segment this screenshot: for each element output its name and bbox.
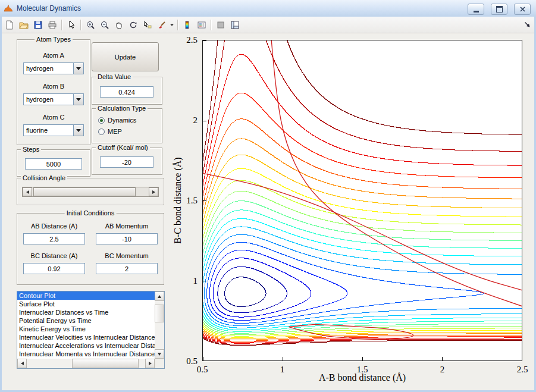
atom-a-dropdown[interactable]: hydrogen bbox=[23, 62, 84, 74]
delta-value-title: Delta Value bbox=[96, 73, 133, 80]
arrow-right-icon bbox=[149, 362, 152, 365]
horizontal-scrollbar-thumb[interactable] bbox=[72, 359, 139, 368]
atom-b-dropdown[interactable]: hydrogen bbox=[23, 93, 84, 105]
scrollbar-corner bbox=[155, 359, 164, 368]
minimize-button[interactable] bbox=[468, 4, 484, 15]
rotate-3d-button[interactable] bbox=[126, 18, 140, 32]
zoom-out-button[interactable] bbox=[98, 18, 111, 32]
new-file-button[interactable] bbox=[2, 18, 16, 32]
data-cursor-button[interactable] bbox=[140, 18, 154, 32]
steps-group: Steps bbox=[17, 149, 90, 177]
brush-dropdown-arrow[interactable] bbox=[169, 18, 175, 32]
delta-value-field[interactable] bbox=[100, 86, 153, 98]
plot-tools-icon bbox=[230, 20, 240, 30]
maximize-button[interactable] bbox=[491, 4, 507, 15]
atom-a-label: Atom A bbox=[17, 52, 90, 59]
list-item[interactable]: Potential Energy vs Time bbox=[17, 316, 155, 325]
zoom-in-icon bbox=[86, 20, 95, 30]
zoom-out-icon bbox=[100, 20, 109, 30]
plot-type-listbox[interactable]: Contour PlotSurface PlotInternuclear Dis… bbox=[17, 291, 165, 369]
list-item[interactable]: Contour Plot bbox=[17, 291, 155, 300]
bc-momentum-field[interactable] bbox=[96, 263, 158, 274]
window-controls bbox=[468, 4, 531, 15]
list-item[interactable]: Internuclear Momenta vs Internuclear Dis… bbox=[17, 350, 155, 358]
slider-left-button[interactable] bbox=[23, 187, 32, 196]
list-item[interactable]: Internuclear Accelerations vs Internucle… bbox=[17, 341, 155, 350]
bc-momentum-label: BC Momentum bbox=[90, 252, 164, 259]
slider-right-button[interactable] bbox=[149, 187, 158, 196]
minimize-icon bbox=[474, 11, 479, 12]
save-button[interactable] bbox=[31, 18, 45, 32]
dynamics-radio[interactable]: Dynamics bbox=[98, 117, 136, 124]
update-button[interactable]: Update bbox=[92, 42, 159, 71]
chevron-down-icon bbox=[76, 98, 81, 101]
close-button[interactable] bbox=[514, 4, 531, 15]
x-tick-label: 0.5 bbox=[197, 365, 208, 375]
list-item[interactable]: Internuclear Velocities vs Internuclear … bbox=[17, 333, 155, 341]
cutoff-field[interactable] bbox=[100, 156, 153, 168]
dynamics-radio-label: Dynamics bbox=[108, 117, 136, 124]
mep-radio[interactable]: MEP bbox=[98, 128, 122, 135]
brush-icon bbox=[157, 20, 167, 30]
horizontal-scrollbar[interactable] bbox=[17, 359, 155, 368]
atom-c-dropdown[interactable]: fluorine bbox=[23, 124, 84, 136]
print-button[interactable] bbox=[45, 18, 59, 32]
zoom-in-button[interactable] bbox=[83, 18, 97, 32]
toolbar bbox=[0, 17, 536, 33]
initial-conditions-group: Initial Conditions AB Distance (A) AB Mo… bbox=[17, 213, 164, 285]
x-tick-label: 1 bbox=[280, 365, 285, 375]
title-bar: Molecular Dynamics bbox=[0, 0, 536, 17]
vertical-scrollbar-thumb[interactable] bbox=[155, 305, 164, 322]
slider-thumb[interactable] bbox=[33, 187, 136, 196]
atom-b-value: hydrogen bbox=[24, 94, 73, 105]
atom-c-label: Atom C bbox=[17, 114, 90, 121]
plot-tools-button[interactable] bbox=[228, 18, 242, 32]
app-window: Molecular Dynamics bbox=[0, 0, 536, 392]
matlab-icon bbox=[4, 4, 13, 13]
toolbar-separator bbox=[61, 20, 62, 30]
ab-momentum-field[interactable] bbox=[96, 233, 158, 244]
pointer-tool-button[interactable] bbox=[64, 18, 78, 32]
x-tick-label: 2 bbox=[440, 365, 445, 375]
open-file-button[interactable] bbox=[17, 18, 30, 32]
bc-distance-field[interactable] bbox=[23, 263, 85, 274]
ab-distance-field[interactable] bbox=[23, 233, 85, 244]
contour-plot-canvas[interactable] bbox=[203, 40, 522, 360]
calculation-type-group: Calculation Type Dynamics MEP bbox=[92, 108, 162, 143]
brush-button[interactable] bbox=[155, 18, 168, 32]
y-tick-label: 0.5 bbox=[186, 356, 198, 366]
open-folder-icon bbox=[19, 20, 29, 30]
y-tick-label: 2 bbox=[193, 115, 198, 126]
print-icon bbox=[48, 20, 57, 30]
list-item[interactable]: Kinetic Energy vs Time bbox=[17, 325, 155, 333]
x-tick-label: 1.5 bbox=[357, 365, 368, 375]
pan-button[interactable] bbox=[112, 18, 126, 32]
x-tick-label: 2.5 bbox=[517, 365, 528, 375]
y-tick-label: 1.5 bbox=[186, 196, 198, 206]
arrow-right-icon bbox=[152, 190, 155, 194]
toolbar-separator bbox=[211, 20, 211, 30]
plot-type-list: Contour PlotSurface PlotInternuclear Dis… bbox=[17, 291, 155, 359]
list-item[interactable]: Internuclear Distances vs Time bbox=[17, 308, 155, 316]
hide-plot-tools-button[interactable] bbox=[214, 18, 227, 32]
steps-field[interactable] bbox=[25, 158, 82, 170]
insert-colorbar-button[interactable] bbox=[180, 18, 194, 32]
arrow-down-icon bbox=[158, 353, 161, 356]
pan-hand-icon bbox=[114, 20, 124, 30]
scroll-right-button[interactable] bbox=[145, 359, 155, 368]
chevron-down-icon bbox=[76, 129, 81, 132]
dock-figure-button[interactable] bbox=[522, 20, 532, 29]
list-item[interactable]: Surface Plot bbox=[17, 300, 155, 308]
calculation-type-title: Calculation Type bbox=[96, 105, 148, 112]
insert-legend-button[interactable] bbox=[195, 18, 208, 32]
atom-a-value: hydrogen bbox=[24, 63, 73, 74]
vertical-scrollbar[interactable] bbox=[155, 291, 164, 359]
radio-icon bbox=[98, 128, 105, 135]
collision-angle-slider[interactable] bbox=[22, 187, 159, 197]
scroll-down-button[interactable] bbox=[155, 349, 164, 359]
colorbar-icon bbox=[183, 20, 192, 30]
scroll-up-button[interactable] bbox=[155, 291, 164, 301]
new-file-icon bbox=[5, 20, 14, 30]
scroll-left-button[interactable] bbox=[17, 359, 27, 368]
atom-types-title: Atom Types bbox=[35, 36, 73, 43]
